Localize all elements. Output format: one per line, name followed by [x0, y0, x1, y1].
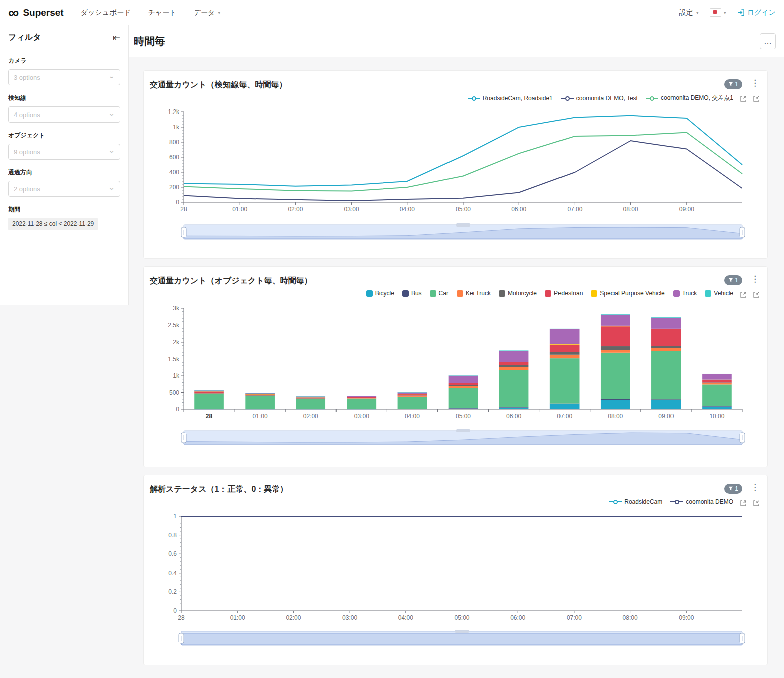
svg-text:2k: 2k — [173, 338, 180, 346]
svg-text:0.2: 0.2 — [168, 588, 177, 595]
legend-label: Bicycle — [375, 290, 394, 297]
chevron-down-icon: ⌄ — [108, 72, 115, 80]
filter-group-detection-line: 検知線 4 options ⌄ — [8, 94, 120, 123]
page-title: 時間毎 — [134, 34, 165, 48]
slider-move-handle[interactable] — [455, 630, 469, 633]
legend-swatch — [366, 290, 373, 297]
nav-item-label: チャート — [148, 8, 177, 17]
data-zoom-slider[interactable] — [179, 630, 745, 645]
select-value: 3 options — [14, 74, 40, 81]
settings-label: 設定 — [679, 8, 693, 17]
kebab-menu-icon[interactable]: ⋮ — [751, 78, 759, 88]
nav-item-dashboards[interactable]: ダッシュボード — [81, 8, 131, 17]
legend-item[interactable]: Special Purpose Vehicle — [591, 290, 664, 297]
legend-label: Truck — [682, 290, 697, 297]
legend-item[interactable]: RoadsideCam — [609, 498, 662, 505]
slider-move-handle[interactable] — [456, 429, 470, 432]
legend-swatch — [457, 290, 463, 297]
login-button[interactable]: ログイン — [737, 8, 776, 17]
restore-icon[interactable] — [752, 291, 760, 299]
svg-text:03:00: 03:00 — [354, 413, 369, 420]
dashboard-header: 時間毎 … — [129, 25, 784, 57]
legend-item[interactable]: Bicycle — [366, 290, 394, 297]
kebab-menu-icon[interactable]: ⋮ — [751, 274, 759, 284]
svg-text:28: 28 — [206, 413, 213, 420]
chevron-down-icon: ▾ — [724, 10, 726, 15]
filter-label: カメラ — [8, 57, 120, 65]
legend-line-marker — [609, 499, 622, 504]
data-zoom-slider[interactable] — [181, 429, 745, 445]
svg-text:3k: 3k — [173, 305, 180, 312]
svg-text:1.5k: 1.5k — [168, 356, 180, 363]
svg-text:28: 28 — [178, 614, 185, 621]
slider-move-handle[interactable] — [456, 223, 470, 227]
svg-text:0.8: 0.8 — [168, 532, 177, 539]
legend-item[interactable]: Vehicle — [705, 290, 733, 297]
legend-label: coomonita DEMO, Test — [576, 95, 638, 102]
legend-swatch — [673, 290, 680, 297]
restore-icon[interactable] — [752, 95, 760, 103]
filter-panel-title: フィルタ — [8, 32, 41, 43]
legend-swatch — [705, 290, 711, 297]
svg-text:0: 0 — [176, 406, 179, 413]
legend-item[interactable]: Kei Truck — [457, 290, 491, 297]
legend-item[interactable]: Car — [430, 290, 449, 297]
legend-item[interactable]: coomonita DEMO, Test — [561, 95, 638, 102]
filter-select-object[interactable]: 9 options ⌄ — [8, 144, 120, 160]
chart-canvas[interactable]: 05001k1.5k2k2.5k3k2801:0002:0003:0004:00… — [144, 267, 768, 468]
legend-swatch — [499, 290, 505, 297]
chevron-down-icon: ⌄ — [108, 146, 115, 154]
svg-text:1: 1 — [173, 513, 177, 520]
data-zoom-slider[interactable] — [181, 223, 745, 239]
expand-icon[interactable] — [739, 499, 747, 507]
svg-text:01:00: 01:00 — [230, 614, 245, 621]
filter-count-badge[interactable]: 1 — [724, 484, 742, 494]
legend-item[interactable]: Pedestrian — [545, 290, 583, 297]
nav-item-charts[interactable]: チャート — [148, 8, 177, 17]
svg-text:04:00: 04:00 — [398, 614, 413, 621]
legend-item[interactable]: Bus — [402, 290, 422, 297]
expand-icon[interactable] — [739, 291, 747, 299]
legend-item[interactable]: Motorcycle — [499, 290, 537, 297]
chevron-down-icon: ▾ — [696, 10, 699, 15]
chevron-down-icon: ⌄ — [108, 109, 115, 117]
settings-menu[interactable]: 設定 ▾ — [679, 8, 699, 17]
filter-count-badge[interactable]: 1 — [724, 275, 742, 285]
svg-text:04:00: 04:00 — [400, 206, 415, 213]
filter-select-direction[interactable]: 2 options ⌄ — [8, 181, 120, 197]
filter-count-badge[interactable]: 1 — [724, 79, 742, 89]
legend-label: Special Purpose Vehicle — [600, 290, 664, 297]
legend-item[interactable]: coomonita DEMO, 交差点1 — [646, 94, 733, 102]
superset-logo-icon: ∞ — [8, 7, 19, 19]
expand-icon[interactable] — [739, 95, 747, 103]
language-selector[interactable]: ▾ — [710, 8, 726, 17]
svg-text:09:00: 09:00 — [658, 413, 674, 420]
filter-select-detection-line[interactable]: 4 options ⌄ — [8, 106, 120, 123]
more-options-button[interactable]: … — [760, 33, 776, 49]
restore-icon[interactable] — [752, 499, 760, 507]
chart-card-traffic-by-detection-line: 02004006008001k1.2k2801:0002:0003:0004:0… — [143, 70, 768, 259]
legend-item[interactable]: RoadsideCam, Roadside1 — [468, 95, 553, 102]
chart-title: 交通量カウント（オブジェクト毎、時間毎） — [150, 276, 312, 286]
legend-item[interactable]: coomonita DEMO — [670, 498, 733, 505]
superset-brand[interactable]: ∞ Superset — [8, 7, 64, 19]
legend-label: Car — [439, 290, 449, 297]
nav-item-data[interactable]: データ ▾ — [194, 8, 221, 17]
svg-text:06:00: 06:00 — [506, 413, 521, 420]
japan-flag-icon — [710, 8, 721, 17]
filter-sidebar: フィルタ ⇤ カメラ 3 options ⌄ 検知線 4 options ⌄ オ… — [0, 25, 129, 305]
svg-text:0.4: 0.4 — [168, 570, 177, 577]
svg-text:800: 800 — [169, 139, 179, 146]
svg-text:600: 600 — [169, 154, 179, 161]
legend-label: Bus — [411, 290, 422, 297]
period-filter-tag[interactable]: 2022-11-28 ≤ col < 2022-11-29 — [8, 218, 98, 230]
legend-item[interactable]: Truck — [673, 290, 697, 297]
filter-select-camera[interactable]: 3 options ⌄ — [8, 69, 120, 85]
kebab-menu-icon[interactable]: ⋮ — [751, 482, 759, 493]
collapse-sidebar-icon[interactable]: ⇤ — [113, 33, 120, 42]
svg-text:2.5k: 2.5k — [168, 322, 180, 329]
filter-count: 1 — [735, 485, 738, 492]
svg-text:07:00: 07:00 — [567, 206, 582, 213]
legend-swatch — [591, 290, 597, 297]
select-value: 4 options — [14, 111, 40, 119]
